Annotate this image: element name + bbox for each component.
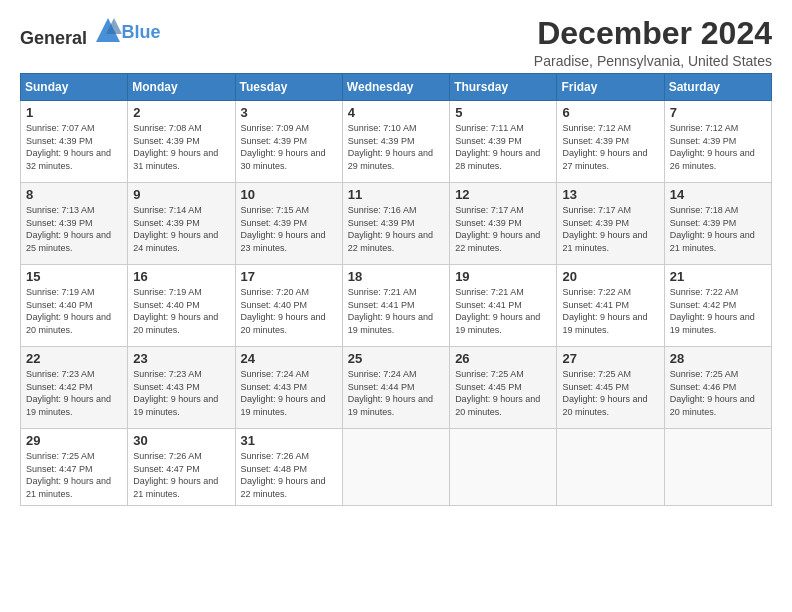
calendar-cell: 15Sunrise: 7:19 AMSunset: 4:40 PMDayligh… xyxy=(21,265,128,347)
calendar-week-5: 29Sunrise: 7:25 AMSunset: 4:47 PMDayligh… xyxy=(21,429,772,505)
calendar-cell: 30Sunrise: 7:26 AMSunset: 4:47 PMDayligh… xyxy=(128,429,235,505)
day-detail: Sunrise: 7:25 AMSunset: 4:45 PMDaylight:… xyxy=(562,369,647,417)
day-number: 21 xyxy=(670,269,766,284)
day-detail: Sunrise: 7:21 AMSunset: 4:41 PMDaylight:… xyxy=(348,287,433,335)
calendar-cell: 14Sunrise: 7:18 AMSunset: 4:39 PMDayligh… xyxy=(664,183,771,265)
calendar-cell: 28Sunrise: 7:25 AMSunset: 4:46 PMDayligh… xyxy=(664,347,771,429)
calendar-week-2: 8Sunrise: 7:13 AMSunset: 4:39 PMDaylight… xyxy=(21,183,772,265)
day-number: 8 xyxy=(26,187,122,202)
day-detail: Sunrise: 7:20 AMSunset: 4:40 PMDaylight:… xyxy=(241,287,326,335)
day-detail: Sunrise: 7:09 AMSunset: 4:39 PMDaylight:… xyxy=(241,123,326,171)
day-detail: Sunrise: 7:12 AMSunset: 4:39 PMDaylight:… xyxy=(562,123,647,171)
day-detail: Sunrise: 7:25 AMSunset: 4:46 PMDaylight:… xyxy=(670,369,755,417)
logo-blue: Blue xyxy=(122,22,161,42)
day-number: 19 xyxy=(455,269,551,284)
calendar-cell: 31Sunrise: 7:26 AMSunset: 4:48 PMDayligh… xyxy=(235,429,342,505)
calendar-cell: 20Sunrise: 7:22 AMSunset: 4:41 PMDayligh… xyxy=(557,265,664,347)
day-number: 29 xyxy=(26,433,122,448)
day-detail: Sunrise: 7:24 AMSunset: 4:43 PMDaylight:… xyxy=(241,369,326,417)
day-detail: Sunrise: 7:21 AMSunset: 4:41 PMDaylight:… xyxy=(455,287,540,335)
day-detail: Sunrise: 7:26 AMSunset: 4:47 PMDaylight:… xyxy=(133,451,218,499)
calendar-cell: 7Sunrise: 7:12 AMSunset: 4:39 PMDaylight… xyxy=(664,101,771,183)
day-detail: Sunrise: 7:25 AMSunset: 4:45 PMDaylight:… xyxy=(455,369,540,417)
day-detail: Sunrise: 7:18 AMSunset: 4:39 PMDaylight:… xyxy=(670,205,755,253)
day-detail: Sunrise: 7:10 AMSunset: 4:39 PMDaylight:… xyxy=(348,123,433,171)
calendar-cell: 29Sunrise: 7:25 AMSunset: 4:47 PMDayligh… xyxy=(21,429,128,505)
day-number: 23 xyxy=(133,351,229,366)
calendar-cell: 25Sunrise: 7:24 AMSunset: 4:44 PMDayligh… xyxy=(342,347,449,429)
day-number: 13 xyxy=(562,187,658,202)
calendar-cell: 13Sunrise: 7:17 AMSunset: 4:39 PMDayligh… xyxy=(557,183,664,265)
calendar-week-4: 22Sunrise: 7:23 AMSunset: 4:42 PMDayligh… xyxy=(21,347,772,429)
day-number: 10 xyxy=(241,187,337,202)
calendar-cell: 6Sunrise: 7:12 AMSunset: 4:39 PMDaylight… xyxy=(557,101,664,183)
col-saturday: Saturday xyxy=(664,74,771,101)
day-number: 16 xyxy=(133,269,229,284)
day-number: 9 xyxy=(133,187,229,202)
calendar-cell: 1Sunrise: 7:07 AMSunset: 4:39 PMDaylight… xyxy=(21,101,128,183)
day-detail: Sunrise: 7:08 AMSunset: 4:39 PMDaylight:… xyxy=(133,123,218,171)
calendar-cell: 24Sunrise: 7:24 AMSunset: 4:43 PMDayligh… xyxy=(235,347,342,429)
month-title: December 2024 xyxy=(534,16,772,51)
day-number: 14 xyxy=(670,187,766,202)
day-number: 3 xyxy=(241,105,337,120)
calendar-cell: 18Sunrise: 7:21 AMSunset: 4:41 PMDayligh… xyxy=(342,265,449,347)
header: General Blue December 2024 Paradise, Pen… xyxy=(20,16,772,69)
calendar-cell xyxy=(450,429,557,505)
day-number: 26 xyxy=(455,351,551,366)
day-detail: Sunrise: 7:12 AMSunset: 4:39 PMDaylight:… xyxy=(670,123,755,171)
calendar-cell: 19Sunrise: 7:21 AMSunset: 4:41 PMDayligh… xyxy=(450,265,557,347)
calendar-cell: 8Sunrise: 7:13 AMSunset: 4:39 PMDaylight… xyxy=(21,183,128,265)
day-number: 2 xyxy=(133,105,229,120)
day-number: 4 xyxy=(348,105,444,120)
calendar-cell: 10Sunrise: 7:15 AMSunset: 4:39 PMDayligh… xyxy=(235,183,342,265)
day-detail: Sunrise: 7:19 AMSunset: 4:40 PMDaylight:… xyxy=(133,287,218,335)
header-row: Sunday Monday Tuesday Wednesday Thursday… xyxy=(21,74,772,101)
col-monday: Monday xyxy=(128,74,235,101)
calendar-cell: 3Sunrise: 7:09 AMSunset: 4:39 PMDaylight… xyxy=(235,101,342,183)
calendar-cell xyxy=(664,429,771,505)
day-number: 5 xyxy=(455,105,551,120)
day-detail: Sunrise: 7:11 AMSunset: 4:39 PMDaylight:… xyxy=(455,123,540,171)
day-number: 28 xyxy=(670,351,766,366)
calendar-cell: 26Sunrise: 7:25 AMSunset: 4:45 PMDayligh… xyxy=(450,347,557,429)
day-number: 15 xyxy=(26,269,122,284)
day-number: 25 xyxy=(348,351,444,366)
calendar-cell xyxy=(342,429,449,505)
calendar-cell: 12Sunrise: 7:17 AMSunset: 4:39 PMDayligh… xyxy=(450,183,557,265)
page: General Blue December 2024 Paradise, Pen… xyxy=(0,0,792,518)
day-detail: Sunrise: 7:24 AMSunset: 4:44 PMDaylight:… xyxy=(348,369,433,417)
calendar-cell: 4Sunrise: 7:10 AMSunset: 4:39 PMDaylight… xyxy=(342,101,449,183)
day-number: 11 xyxy=(348,187,444,202)
day-detail: Sunrise: 7:23 AMSunset: 4:42 PMDaylight:… xyxy=(26,369,111,417)
day-number: 6 xyxy=(562,105,658,120)
calendar-cell: 2Sunrise: 7:08 AMSunset: 4:39 PMDaylight… xyxy=(128,101,235,183)
day-number: 12 xyxy=(455,187,551,202)
calendar-cell: 5Sunrise: 7:11 AMSunset: 4:39 PMDaylight… xyxy=(450,101,557,183)
calendar-table: Sunday Monday Tuesday Wednesday Thursday… xyxy=(20,73,772,505)
day-detail: Sunrise: 7:15 AMSunset: 4:39 PMDaylight:… xyxy=(241,205,326,253)
day-number: 27 xyxy=(562,351,658,366)
col-sunday: Sunday xyxy=(21,74,128,101)
calendar-cell: 21Sunrise: 7:22 AMSunset: 4:42 PMDayligh… xyxy=(664,265,771,347)
calendar-cell xyxy=(557,429,664,505)
day-detail: Sunrise: 7:14 AMSunset: 4:39 PMDaylight:… xyxy=(133,205,218,253)
day-number: 24 xyxy=(241,351,337,366)
day-detail: Sunrise: 7:22 AMSunset: 4:41 PMDaylight:… xyxy=(562,287,647,335)
calendar-cell: 9Sunrise: 7:14 AMSunset: 4:39 PMDaylight… xyxy=(128,183,235,265)
day-detail: Sunrise: 7:16 AMSunset: 4:39 PMDaylight:… xyxy=(348,205,433,253)
day-detail: Sunrise: 7:13 AMSunset: 4:39 PMDaylight:… xyxy=(26,205,111,253)
calendar-week-1: 1Sunrise: 7:07 AMSunset: 4:39 PMDaylight… xyxy=(21,101,772,183)
day-number: 22 xyxy=(26,351,122,366)
calendar-cell: 17Sunrise: 7:20 AMSunset: 4:40 PMDayligh… xyxy=(235,265,342,347)
day-detail: Sunrise: 7:07 AMSunset: 4:39 PMDaylight:… xyxy=(26,123,111,171)
title-block: December 2024 Paradise, Pennsylvania, Un… xyxy=(534,16,772,69)
day-detail: Sunrise: 7:26 AMSunset: 4:48 PMDaylight:… xyxy=(241,451,326,499)
calendar-week-3: 15Sunrise: 7:19 AMSunset: 4:40 PMDayligh… xyxy=(21,265,772,347)
day-number: 7 xyxy=(670,105,766,120)
day-number: 20 xyxy=(562,269,658,284)
col-tuesday: Tuesday xyxy=(235,74,342,101)
logo-icon xyxy=(94,16,122,44)
day-number: 30 xyxy=(133,433,229,448)
col-friday: Friday xyxy=(557,74,664,101)
